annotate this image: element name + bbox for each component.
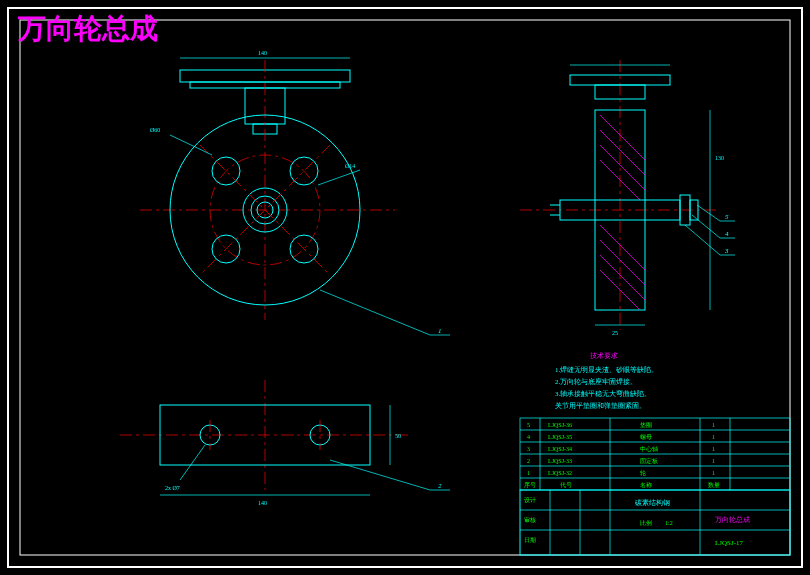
svg-text:LJQSJ-33: LJQSJ-33 (548, 458, 572, 464)
title-block: 碳素结构钢 万向轮总成 LJQSJ-17 设计 审核 日期 比例 1:2 (520, 490, 790, 555)
svg-line-58 (180, 445, 205, 480)
bottom-view: 140 50 2x Ø7 2 (120, 380, 450, 506)
balloon-4: 4 (725, 230, 729, 238)
svg-text:1: 1 (712, 422, 715, 428)
drawing-number: LJQSJ-17 (715, 539, 744, 547)
svg-text:日期: 日期 (524, 537, 536, 543)
side-view: 130 25 3 4 5 (520, 60, 735, 336)
svg-line-18 (318, 170, 360, 185)
svg-text:2: 2 (527, 458, 530, 464)
svg-line-32 (600, 240, 645, 285)
title-block-name: 万向轮总成 (715, 516, 750, 524)
svg-text:名称: 名称 (640, 482, 652, 488)
svg-text:比例: 比例 (640, 520, 652, 526)
svg-text:1:2: 1:2 (665, 520, 673, 526)
svg-text:4: 4 (527, 434, 530, 440)
svg-line-19 (170, 135, 212, 155)
svg-text:LJQSJ-35: LJQSJ-35 (548, 434, 572, 440)
svg-text:1: 1 (712, 446, 715, 452)
dim-bot-w: 50 (395, 433, 401, 439)
svg-text:关节用平垫圈和弹垫圈紧固。: 关节用平垫圈和弹垫圈紧固。 (555, 402, 646, 410)
svg-text:代号: 代号 (559, 482, 572, 488)
balloon-2: 2 (438, 482, 442, 490)
bom-table: 5LJQSJ-36垫圈1 4LJQSJ-35螺母1 3LJQSJ-34中心轴1 … (520, 418, 790, 490)
svg-text:3.轴承接触平稳无大弯曲缺陷。: 3.轴承接触平稳无大弯曲缺陷。 (555, 390, 651, 398)
outer-frame (8, 8, 802, 567)
svg-line-43 (685, 225, 720, 255)
inner-frame (20, 20, 790, 555)
svg-line-29 (600, 145, 645, 190)
dim-width: 140 (258, 50, 267, 56)
balloon-5: 5 (725, 213, 729, 221)
dim-d2: Ø60 (150, 127, 160, 133)
front-view: 140 Ø14 Ø60 1 (140, 50, 450, 335)
svg-text:LJQSJ-32: LJQSJ-32 (548, 470, 572, 476)
dim-d3: Ø14 (345, 163, 355, 169)
svg-line-27 (600, 115, 645, 160)
svg-text:轮: 轮 (640, 470, 646, 476)
svg-text:数量: 数量 (708, 482, 720, 488)
drawing-title: 万向轮总成 (17, 13, 158, 44)
svg-line-59 (330, 460, 430, 490)
svg-line-31 (600, 225, 645, 270)
svg-line-33 (600, 255, 645, 300)
svg-text:5: 5 (527, 422, 530, 428)
svg-text:垫圈: 垫圈 (640, 422, 652, 428)
tech-heading: 技术要求 (589, 352, 618, 360)
svg-text:LJQSJ-34: LJQSJ-34 (548, 446, 572, 452)
svg-text:中心轴: 中心轴 (640, 445, 658, 452)
svg-text:3: 3 (527, 446, 530, 452)
svg-text:1.焊缝无明显夹渣、砂眼等缺陷。: 1.焊缝无明显夹渣、砂眼等缺陷。 (555, 366, 658, 374)
svg-text:1: 1 (527, 470, 530, 476)
svg-text:2.万向轮与底座牢固焊接。: 2.万向轮与底座牢固焊接。 (555, 378, 637, 386)
svg-line-47 (697, 205, 720, 221)
material: 碳素结构钢 (634, 499, 670, 507)
balloon-3: 3 (724, 247, 729, 255)
svg-text:固定板: 固定板 (640, 457, 658, 464)
svg-text:LJQSJ-36: LJQSJ-36 (548, 422, 572, 428)
svg-text:序号: 序号 (524, 481, 536, 488)
tech-requirements: 技术要求 1.焊缝无明显夹渣、砂眼等缺陷。 2.万向轮与底座牢固焊接。 3.轴承… (555, 352, 658, 410)
dim-side-w: 25 (612, 330, 618, 336)
balloon-1: 1 (438, 327, 442, 335)
svg-text:螺母: 螺母 (640, 434, 652, 440)
svg-text:1: 1 (712, 434, 715, 440)
dim-bot-l: 140 (258, 500, 267, 506)
svg-text:1: 1 (712, 470, 715, 476)
svg-line-20 (320, 290, 430, 335)
svg-text:1: 1 (712, 458, 715, 464)
dim-bot-holes: 2x Ø7 (165, 485, 180, 491)
svg-text:审核: 审核 (524, 516, 536, 523)
dim-side-h: 130 (715, 155, 724, 161)
svg-text:设计: 设计 (524, 497, 536, 503)
svg-line-28 (600, 130, 645, 175)
